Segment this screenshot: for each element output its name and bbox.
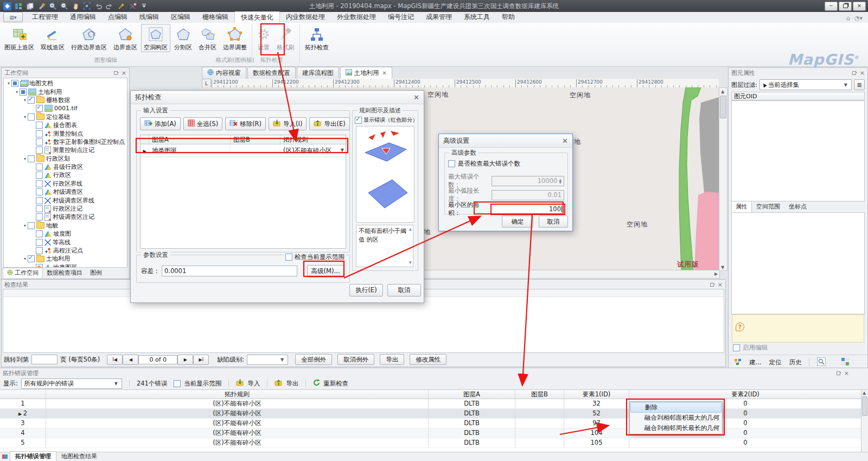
app-menu-button[interactable]: ▤▾	[3, 12, 23, 22]
ribbon-tab-12[interactable]: 系统工具	[458, 11, 496, 22]
ribbon-button-map-plus[interactable]: 图斑上造区	[2, 24, 37, 52]
zoom-out-icon[interactable]	[59, 2, 69, 10]
ribbon-button-poly-box[interactable]: 空洞构区	[141, 24, 170, 52]
footer-button[interactable]: 建...	[749, 358, 761, 367]
expander-icon[interactable]: ▾	[22, 156, 28, 161]
layer-checkbox[interactable]	[28, 155, 35, 162]
tree-item[interactable]: ▾行政区划	[4, 155, 127, 163]
check-extent-checkbox[interactable]	[285, 254, 292, 261]
expander-icon[interactable]: ▾	[14, 90, 20, 94]
bottom-tab[interactable]: 地图检查结果	[56, 452, 102, 461]
ribbon-button-poly-merge[interactable]: 合并区	[196, 24, 219, 52]
column-header[interactable]: 图层B	[231, 135, 280, 144]
ribbon-button-pencil[interactable]: 双线造区	[38, 24, 67, 52]
max-error-checkbox[interactable]	[448, 160, 455, 167]
tree-item[interactable]: 等高线	[4, 238, 127, 246]
tree-item[interactable]: 测量控制点注记	[4, 146, 127, 154]
tree-item[interactable]: ▾土地利用	[4, 87, 127, 96]
layer-checkbox[interactable]	[36, 188, 43, 195]
expander-icon[interactable]: ▾	[22, 223, 28, 228]
close-icon[interactable]: ✕	[382, 71, 387, 76]
tree-item[interactable]: ▾土地利用	[4, 255, 127, 263]
layer-checkbox[interactable]	[28, 113, 35, 121]
ribbon-tab-10[interactable]: 编号注记	[382, 11, 420, 22]
more-icon[interactable]	[139, 2, 149, 10]
tree-item[interactable]: 村级调查区注记	[4, 213, 127, 221]
context-menu-item[interactable]: 删除	[630, 402, 722, 413]
ribbon-tab-5[interactable]: 区编辑	[165, 11, 196, 22]
execute-button[interactable]: 执行(E)	[349, 284, 383, 296]
close-icon[interactable]: ×	[844, 370, 849, 376]
import-button[interactable]: 导入	[247, 380, 260, 388]
rule-row[interactable]: ▶ 地类图斑 (区)不能有碎小区 ▼	[141, 144, 346, 157]
minimize-button[interactable]: ─	[825, 2, 838, 11]
column-toggle-button[interactable]: ▥	[854, 79, 865, 90]
layer-checkbox[interactable]	[11, 80, 18, 87]
scroll-up-icon[interactable]: ▲	[409, 226, 412, 232]
ribbon-button-pentagon[interactable]: 行政边界造区	[68, 24, 110, 52]
pin-icon[interactable]	[710, 282, 714, 287]
footer-button[interactable]: 定位	[769, 358, 781, 367]
tree-item[interactable]: 村级调查区	[4, 188, 127, 196]
map-tab[interactable]: 数据检查配置	[247, 67, 296, 79]
tree-item[interactable]: 县级行政区	[4, 163, 127, 171]
dialog-title-bar[interactable]: 高级设置 ✕	[439, 134, 572, 148]
tree-build-icon[interactable]	[734, 358, 742, 367]
ribbon-tab-4[interactable]: 线编辑	[133, 11, 165, 22]
tree-item[interactable]: ▾地貌	[4, 222, 127, 230]
layer-checkbox[interactable]	[36, 138, 43, 146]
attribute-area[interactable]	[731, 212, 865, 314]
tree-item[interactable]: 0001.tif	[4, 104, 127, 112]
copy-icon[interactable]	[25, 2, 35, 10]
layer-checkbox[interactable]	[36, 239, 43, 246]
feature-tab[interactable]: 属性	[731, 201, 752, 212]
layer-checkbox[interactable]	[36, 105, 43, 112]
tree-item[interactable]: 村级调查区界线	[4, 196, 127, 204]
import-button[interactable]: 导入(I)	[269, 117, 307, 130]
tree-item[interactable]: 测量控制点	[4, 129, 127, 137]
error-row[interactable]: ▶ 2(区)不能有碎小区DLTB520	[0, 409, 861, 419]
feature-tab[interactable]: 空间范围	[752, 201, 784, 212]
layer-checkbox[interactable]	[20, 89, 27, 96]
rule-filter-select[interactable]: 所有规则中的错误▼	[21, 378, 122, 389]
workspace-tab[interactable]: 工作空间	[3, 268, 43, 278]
tree-item[interactable]: ▾地图文档	[4, 79, 127, 87]
pan-icon[interactable]	[71, 2, 80, 10]
expander-icon[interactable]: ▾	[6, 81, 11, 86]
scroll-thumb[interactable]	[720, 96, 726, 118]
restore-button[interactable]	[839, 2, 852, 11]
spinner-icons[interactable]: ▲▼	[559, 178, 561, 184]
scope-checkbox[interactable]	[174, 380, 181, 387]
expander-icon[interactable]: ▾	[22, 115, 28, 119]
tree-item[interactable]: 地类图斑	[4, 263, 127, 268]
field-input[interactable]: 100	[492, 205, 564, 214]
map-vscrollbar[interactable]: ▲ ▼	[719, 87, 727, 271]
layer-checkbox[interactable]	[28, 97, 35, 104]
feature-tab[interactable]: 坐标点	[784, 201, 811, 212]
nav-first-button[interactable]: Ⅰ◀	[107, 355, 123, 365]
layer-checkbox[interactable]	[36, 205, 43, 212]
expander-icon[interactable]: ▾	[22, 256, 28, 261]
pin-icon[interactable]	[113, 71, 118, 75]
pin-icon[interactable]	[836, 371, 841, 376]
column-header[interactable]: 图层A	[149, 135, 231, 144]
undo-icon[interactable]	[93, 2, 103, 10]
scroll-down-icon[interactable]: ▼	[719, 264, 726, 270]
ribbon-button-poly-nodes[interactable]: 边界调整	[220, 24, 250, 52]
scroll-up-icon[interactable]: ▲	[861, 390, 867, 395]
tree-item[interactable]: 坡度图	[4, 230, 127, 238]
select-all-button[interactable]: 全选(S)	[183, 117, 222, 130]
context-menu-item[interactable]: 融合到相邻周长最长的几何	[630, 423, 722, 433]
close-button[interactable]: ✕	[853, 2, 866, 11]
close-icon[interactable]: ✕	[562, 137, 568, 144]
oid-list[interactable]	[731, 100, 865, 201]
ribbon-tab-9[interactable]: 外业数据处理	[331, 11, 382, 22]
dialog-title-bar[interactable]: 拓扑检查 ✕	[131, 91, 424, 104]
workspace-tab[interactable]: 图例	[86, 268, 106, 278]
rule-select[interactable]: (区)不能有碎小区 ▼	[280, 144, 346, 156]
oid-column-header[interactable]: 图元OID	[731, 92, 865, 100]
tree-item[interactable]: 行政区注记	[4, 205, 127, 213]
layer-checkbox[interactable]	[36, 163, 43, 170]
layer-checkbox[interactable]	[36, 247, 43, 254]
layer-checkbox[interactable]	[36, 147, 43, 154]
